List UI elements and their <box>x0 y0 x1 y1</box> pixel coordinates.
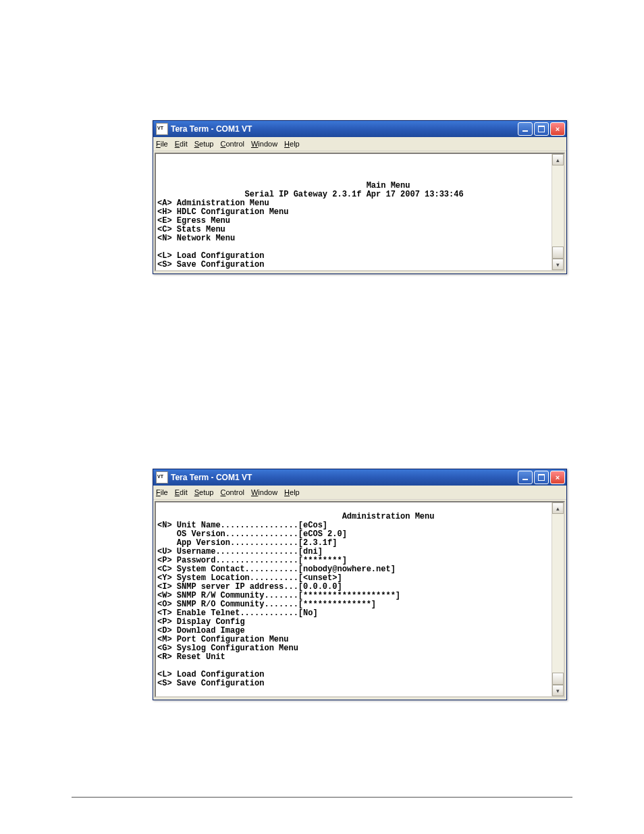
menu-help[interactable]: Help <box>284 140 300 148</box>
menu-control[interactable]: Control <box>220 488 244 496</box>
opt-download-image: <D> Download Image <box>157 626 245 635</box>
menubar: File Edit Setup Control Window Help <box>153 137 566 151</box>
opt-hdlc: <H> HDLC Configuration Menu <box>157 207 288 217</box>
menu-file[interactable]: File <box>156 140 168 148</box>
terminal-output[interactable]: Main Menu Serial IP Gateway 2.3.1f Apr 1… <box>156 154 564 270</box>
terminal-area: Main Menu Serial IP Gateway 2.3.1f Apr 1… <box>155 153 565 271</box>
scroll-thumb[interactable] <box>552 246 564 259</box>
opt-syslog-config: <G> Syslog Configuration Menu <box>157 644 298 653</box>
scroll-up-button[interactable]: ▴ <box>552 154 564 165</box>
close-button[interactable]: × <box>550 471 565 484</box>
maximize-button[interactable] <box>534 122 549 136</box>
scroll-track[interactable] <box>552 514 564 685</box>
menu-edit[interactable]: Edit <box>175 488 188 496</box>
info-app-version: App Version..............[2.3.1f] <box>157 538 337 548</box>
opt-port-config: <M> Port Configuration Menu <box>157 635 288 644</box>
menu-window[interactable]: Window <box>251 488 277 496</box>
close-button[interactable]: × <box>550 122 565 136</box>
menu-setup[interactable]: Setup <box>194 488 214 496</box>
opt-network: <N> Network Menu <box>157 234 235 243</box>
menu-control[interactable]: Control <box>220 140 244 148</box>
terminal-area: Administration Menu <N> Unit Name.......… <box>155 501 565 698</box>
opt-save-config: <S> Save Configuration <box>157 679 264 688</box>
app-icon <box>156 123 168 135</box>
main-menu-title: Main Menu <box>157 181 410 190</box>
terminal-output[interactable]: Administration Menu <N> Unit Name.......… <box>156 502 564 696</box>
opt-administration: <A> Administration Menu <box>157 199 269 208</box>
maximize-button[interactable] <box>534 471 549 484</box>
scroll-down-button[interactable]: ▾ <box>552 685 564 696</box>
opt-stats: <C> Stats Menu <box>157 225 225 234</box>
window-title: Tera Term - COM1 VT <box>171 124 516 134</box>
opt-save-config: <S> Save Configuration <box>157 260 264 269</box>
scroll-track[interactable] <box>552 165 564 259</box>
minimize-button[interactable] <box>518 471 533 484</box>
opt-reset-unit: <R> Reset Unit <box>157 652 225 662</box>
menubar: File Edit Setup Control Window Help <box>153 486 566 500</box>
opt-system-location: <Y> System Location..........[<unset>] <box>157 573 342 583</box>
opt-enable-telnet: <T> Enable Telnet............[No] <box>157 608 318 618</box>
opt-username: <U> Username.................[dni] <box>157 547 323 556</box>
menu-setup[interactable]: Setup <box>194 140 214 148</box>
opt-system-contact: <C> System Contact...........[nobody@now… <box>157 565 396 574</box>
opt-password: <P> Password.................[********] <box>157 556 347 565</box>
scroll-up-button[interactable]: ▴ <box>552 502 564 514</box>
vertical-scrollbar[interactable]: ▴ ▾ <box>552 154 564 270</box>
titlebar[interactable]: Tera Term - COM1 VT × <box>153 469 566 486</box>
menu-edit[interactable]: Edit <box>175 140 188 148</box>
scroll-down-button[interactable]: ▾ <box>552 259 564 270</box>
admin-menu-title: Administration Menu <box>157 512 434 521</box>
menu-file[interactable]: File <box>156 488 168 496</box>
vertical-scrollbar[interactable]: ▴ ▾ <box>552 502 564 696</box>
teraterm-window-2: Tera Term - COM1 VT × File Edit Setup Co… <box>153 469 567 700</box>
menu-window[interactable]: Window <box>251 140 277 148</box>
scroll-thumb[interactable] <box>552 673 564 685</box>
info-os-version: OS Version...............[eCOS 2.0] <box>157 529 347 539</box>
opt-load-config: <L> Load Configuration <box>157 251 264 261</box>
opt-unit-name: <N> Unit Name................[eCos] <box>157 521 327 530</box>
titlebar[interactable]: Tera Term - COM1 VT × <box>153 121 566 137</box>
window-title: Tera Term - COM1 VT <box>171 473 516 482</box>
menu-help[interactable]: Help <box>284 488 300 496</box>
opt-display-config: <P> Display Config <box>157 617 245 627</box>
opt-snmp-ip: <I> SNMP server IP address...[0.0.0.0] <box>157 582 342 592</box>
teraterm-window-1: Tera Term - COM1 VT × File Edit Setup Co… <box>153 120 567 274</box>
opt-egress: <E> Egress Menu <box>157 216 230 226</box>
opt-snmp-ro: <O> SNMP R/O Community.......[**********… <box>157 600 376 609</box>
opt-snmp-rw: <W> SNMP R/W Community.......[**********… <box>157 591 400 600</box>
minimize-button[interactable] <box>518 122 533 136</box>
page-divider <box>72 797 572 798</box>
main-menu-subtitle: Serial IP Gateway 2.3.1f Apr 17 2007 13:… <box>157 190 464 199</box>
app-icon <box>156 471 168 484</box>
opt-load-config: <L> Load Configuration <box>157 670 264 679</box>
